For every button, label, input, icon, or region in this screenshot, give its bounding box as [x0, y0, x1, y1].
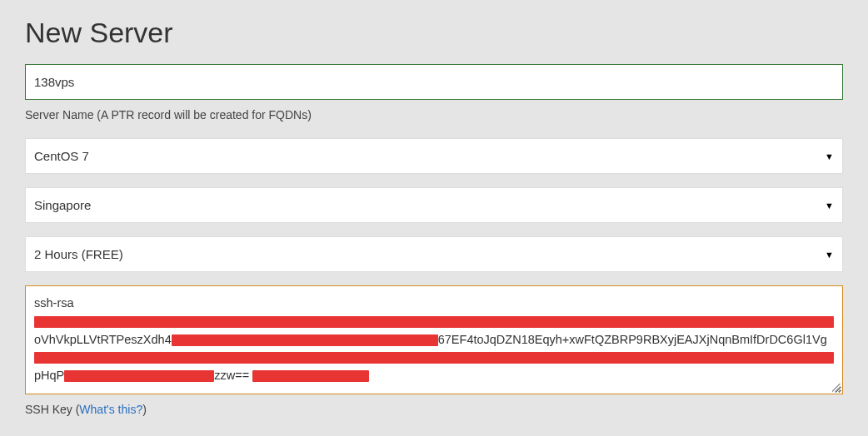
ssh-key-group: ssh-rsa oVhVkpLLVtRTPeszXdh467EF4toJqDZN…: [25, 285, 843, 416]
os-select[interactable]: CentOS 7: [26, 139, 842, 173]
page-title: New Server: [25, 17, 843, 49]
whats-this-link[interactable]: What's this?: [79, 403, 142, 416]
server-name-group: Server Name (A PTR record will be create…: [25, 64, 843, 121]
region-select-wrap: Singapore ▼: [25, 187, 843, 223]
ssh-label-suffix: ): [142, 403, 147, 416]
redaction-bar: [252, 370, 369, 382]
ssh-text: oVhVkpLLVtRTPeszXdh4: [34, 333, 172, 346]
duration-select-wrap: 2 Hours (FREE) ▼: [25, 236, 843, 272]
ssh-key-help: SSH Key (What's this?): [25, 403, 843, 416]
ssh-text: pHqP: [34, 369, 64, 382]
ssh-text: zzw==: [214, 369, 249, 382]
redaction-bar: [172, 334, 438, 346]
duration-select[interactable]: 2 Hours (FREE): [26, 237, 842, 271]
ssh-key-textarea[interactable]: ssh-rsa oVhVkpLLVtRTPeszXdh467EF4toJqDZN…: [25, 285, 843, 394]
region-select[interactable]: Singapore: [26, 188, 842, 222]
ssh-text: ssh-rsa: [34, 296, 74, 310]
ssh-text: 67EF4toJqDZN18Eqyh+xwFtQZBRP9RBXyjEAJXjN…: [438, 333, 827, 346]
redaction-bar: [64, 370, 214, 382]
ssh-label-prefix: SSH Key (: [25, 403, 79, 416]
redaction-bar: [34, 352, 834, 364]
os-select-wrap: CentOS 7 ▼: [25, 138, 843, 174]
redaction-bar: [34, 316, 834, 328]
server-name-help: Server Name (A PTR record will be create…: [25, 108, 843, 121]
resize-handle-icon[interactable]: [832, 384, 841, 392]
ssh-key-content: ssh-rsa oVhVkpLLVtRTPeszXdh467EF4toJqDZN…: [34, 295, 834, 385]
server-name-input[interactable]: [25, 64, 843, 100]
